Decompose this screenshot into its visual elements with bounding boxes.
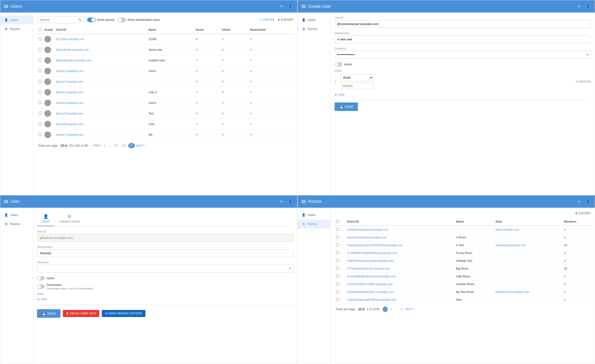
add-3pid-button[interactable]: ⊕ ADD	[335, 93, 591, 97]
ud-deactivated-toggle[interactable]	[37, 284, 45, 289]
row-checkbox[interactable]	[38, 112, 42, 115]
row-checkbox[interactable]	[38, 69, 42, 72]
row-checkbox[interactable]	[38, 91, 42, 93]
rooms-select-all[interactable]	[336, 220, 339, 223]
user-id-cell[interactable]: @user6:example.com	[55, 119, 147, 130]
row-checkbox[interactable]	[38, 101, 42, 104]
rows-per-page-select[interactable]: 102550	[60, 144, 68, 147]
refresh-icon-4[interactable]: ↻	[576, 198, 582, 205]
room-checkbox[interactable]	[336, 298, 339, 301]
room-id-cell[interactable]: !OMSDsdweasslUUjwe:example.com	[346, 257, 455, 265]
next-button[interactable]: NEXT ›	[136, 144, 145, 147]
page-25[interactable]: 25	[128, 143, 135, 148]
userid-header[interactable]: User-ID ↑	[55, 26, 147, 34]
room-checkbox[interactable]	[336, 290, 339, 293]
select-all-checkbox[interactable]	[38, 28, 42, 31]
row-checkbox[interactable]	[38, 59, 42, 62]
room-id-cell[interactable]: !asSBSIsdWEvaXwPk:example.com	[346, 280, 455, 288]
eye-icon[interactable]: 👁	[586, 53, 589, 56]
user-id-cell[interactable]: @user7:example.com	[55, 130, 147, 140]
user-icon[interactable]: 👤	[287, 3, 293, 10]
room-checkbox[interactable]	[336, 251, 339, 254]
address-input[interactable]	[340, 83, 373, 89]
user-id-input[interactable]	[335, 20, 591, 28]
room-checkbox[interactable]	[336, 228, 339, 231]
create-button[interactable]: + CREATE	[259, 18, 275, 22]
room-checkbox[interactable]	[336, 282, 339, 285]
sidebar-item-users-4[interactable]: 👤 Users	[298, 210, 331, 219]
page-23[interactable]: 23	[113, 143, 119, 148]
ud-admin-toggle[interactable]	[37, 276, 45, 280]
user-id-cell[interactable]: @user4:example.com	[55, 98, 147, 108]
user-id-cell[interactable]: @anotheruser:example.com	[55, 55, 147, 66]
refresh-icon-3[interactable]: ↻	[278, 198, 285, 205]
save-button[interactable]: 💾 SAVE	[335, 102, 358, 111]
rooms-export-button[interactable]: ⬇ EXPORT	[575, 211, 591, 215]
row-checkbox[interactable]	[38, 48, 42, 51]
search-box[interactable]: 🔍	[37, 16, 84, 23]
remove-button[interactable]: ⊖ REMOVE	[576, 80, 591, 83]
tab-user[interactable]: 👤 USER	[37, 211, 54, 226]
row-checkbox[interactable]	[38, 37, 42, 40]
ud-user-id-input[interactable]	[37, 234, 293, 242]
refresh-icon[interactable]: ↻	[278, 3, 285, 10]
room-checkbox[interactable]	[336, 267, 339, 270]
row-checkbox[interactable]	[38, 122, 42, 125]
rooms-next-button[interactable]: NEXT ›	[405, 308, 415, 311]
user-icon-2[interactable]: 👤	[584, 3, 591, 10]
room-id-cell[interactable]: !TTnlslkHHweOLAD:example.com	[346, 265, 455, 273]
ud-save-button[interactable]: 💾 SAVE	[37, 309, 60, 318]
menu-icon-3[interactable]	[4, 200, 8, 203]
show-deactivated-toggle[interactable]	[117, 17, 126, 22]
room-id-cell[interactable]: !TyBasDmweUdtFaeBmk:example.com	[346, 296, 455, 304]
room-id-cell[interactable]: !lasmwASmDilasi:example.com	[346, 233, 455, 241]
medium-select[interactable]: Email MSISDN	[340, 74, 373, 81]
sidebar-item-users-3[interactable]: 👤 Users	[0, 210, 33, 219]
prev-button[interactable]: ‹ PREV	[92, 144, 101, 147]
ud-add-3pid-button[interactable]: ⊕ ADD	[37, 297, 293, 301]
room-id-cell[interactable]: !KuasNWEMasdHasLOs:example.com	[346, 273, 455, 280]
tab-connections[interactable]: ⊞ CONNECTIONS	[54, 211, 85, 226]
ud-displayname-input[interactable]	[37, 249, 293, 257]
room-id-cell[interactable]: !ykAStwasdwsKkxGlLL:example.com	[346, 288, 455, 296]
room-id-cell[interactable]: !eVasdacvxysewus:example.com	[346, 226, 455, 234]
menu-icon-2[interactable]	[302, 5, 306, 8]
page-1[interactable]: 1	[102, 143, 107, 148]
sidebar-item-users-2[interactable]: 👤 Users	[298, 15, 331, 24]
room-checkbox[interactable]	[336, 243, 339, 246]
user-id-cell[interactable]: @user3:example.com	[55, 87, 147, 98]
refresh-icon-2[interactable]: ↻	[576, 3, 582, 10]
room-id-cell[interactable]: !LLiMSSNHrhRjsdWNXsd:example.com	[346, 249, 455, 257]
displayname-input[interactable]	[335, 35, 591, 43]
admin-toggle[interactable]	[335, 62, 342, 67]
sidebar-item-rooms-4[interactable]: ⊞ Rooms	[298, 219, 331, 229]
user-id-cell[interactable]: @user2:example.com	[55, 77, 147, 87]
ud-eye-icon[interactable]: 👁	[289, 267, 292, 270]
user-id-cell[interactable]: @user1:example.com	[55, 66, 147, 77]
user-icon-3[interactable]: 👤	[287, 198, 293, 205]
show-guests-toggle[interactable]	[87, 17, 96, 22]
rooms-rows-select[interactable]: 1025	[357, 307, 365, 311]
row-checkbox[interactable]	[38, 133, 42, 136]
rooms-page-2[interactable]: 2	[389, 307, 394, 312]
row-checkbox[interactable]	[38, 80, 42, 83]
export-button[interactable]: ⬇ EXPORT	[277, 18, 293, 21]
sidebar-item-users[interactable]: 👤 Users	[0, 15, 33, 24]
room-id-cell[interactable]: !FasdweDssccaGLdsFRddsOI:example.com	[346, 241, 455, 249]
room-checkbox[interactable]	[336, 259, 339, 262]
ud-erase-button[interactable]: 🗑 ERASE USER DATA	[63, 310, 99, 317]
sidebar-item-rooms[interactable]: ⊞ Rooms	[0, 24, 33, 33]
user-id-cell[interactable]: @user5:example.com	[55, 108, 147, 119]
rooms-page-1[interactable]: 1	[383, 307, 388, 312]
menu-icon[interactable]	[4, 5, 8, 8]
rooms-page-9[interactable]: 9	[399, 307, 404, 312]
ud-notices-button[interactable]: ✉ SEND SERVER NOTICES	[102, 310, 145, 317]
sidebar-item-rooms-3[interactable]: ⊞ Rooms	[0, 219, 33, 229]
ud-password-input[interactable]	[37, 265, 293, 273]
user-icon-4[interactable]: 👤	[584, 198, 591, 205]
password-input[interactable]	[335, 51, 591, 59]
menu-icon-4[interactable]	[302, 200, 306, 203]
sidebar-item-rooms-2[interactable]: ⊞ Rooms	[298, 24, 331, 33]
search-input[interactable]	[40, 18, 77, 21]
user-id-cell[interactable]: @12345:example.com	[55, 34, 147, 45]
